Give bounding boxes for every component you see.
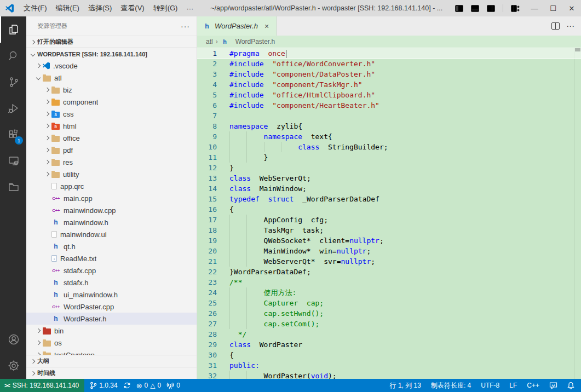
activity-explorer[interactable] [0,16,26,43]
code-line[interactable]: 10 class StringBuilder; [197,142,581,152]
sidebar-more-actions-icon[interactable]: ··· [181,22,190,31]
activity-search[interactable] [0,43,26,69]
code-line[interactable]: 16 { [197,204,581,215]
code-line[interactable]: 25 Capturer cap; [197,298,581,308]
cursor-position[interactable]: 行 1, 列 13 [390,381,421,390]
code-line[interactable]: 7 [197,111,581,121]
tree-item[interactable]: h ui_mainwindow.h [26,289,197,301]
encoding-indicator[interactable]: UTF-8 [481,382,499,389]
tree-item[interactable]: C++ stdafx.cpp [26,264,197,276]
tree-item[interactable]: biz [26,84,197,96]
eol-indicator[interactable]: LF [509,382,517,389]
tree-item[interactable]: ReadMe.txt [26,252,197,264]
editor-more-actions-icon[interactable]: ⋯ [566,21,574,31]
tree-item[interactable]: h qt.h [26,240,197,252]
code-line[interactable]: 13 class WebServerQt; [197,173,581,183]
breadcrumb-folder[interactable]: atl [206,38,213,45]
tree-item[interactable]: atl [26,72,197,84]
menu-item[interactable]: 编辑(E) [51,1,84,15]
toggle-sidebar-icon[interactable] [455,5,463,12]
code-line[interactable]: 26 cap.setHwnd(); [197,308,581,319]
tree-item[interactable]: bin [26,325,197,337]
activity-run-debug[interactable] [0,95,26,122]
tab-wordpaster-h[interactable]: h WordPaster.h × [197,16,277,36]
sync-indicator[interactable] [123,382,131,389]
branch-indicator[interactable]: 1.0.34 [90,382,117,389]
tree-item[interactable]: component [26,96,197,108]
code-line[interactable]: 4 #include "component/TaskMgr.h" [197,79,581,90]
code-editor[interactable]: 1 #pragma once 2 #include "office/WordCo… [197,48,581,379]
code-line[interactable]: 15 typedef struct _WordParserDataDef [197,194,581,204]
code-line[interactable]: 8 namespace zylib{ [197,121,581,131]
code-line[interactable]: 1 #pragma once [197,48,581,59]
tree-item[interactable]: pdf [26,144,197,156]
tree-item[interactable]: C++ main.cpp [26,192,197,204]
maximize-button[interactable]: ☐ [544,0,562,16]
code-line[interactable]: 24 使用方法: [197,287,581,298]
tree-item[interactable]: os [26,337,197,349]
tree-item[interactable]: C++ WordPaster.cpp [26,301,197,313]
code-line[interactable]: 18 TaskMgr task; [197,225,581,235]
tree-item[interactable]: h stdafx.h [26,276,197,289]
code-line[interactable]: 20 MainWindow* win=nullptr; [197,246,581,256]
minimize-button[interactable]: — [525,0,544,16]
code-line[interactable]: 22 }WordParserDataDef; [197,267,581,277]
ports-indicator[interactable]: 0 [166,382,180,389]
menu-item[interactable]: 选择(S) [84,1,116,15]
outline-pane-header[interactable]: 大纲 [26,355,197,367]
code-line[interactable]: 6 #include "component/HeartBeater.h" [197,100,581,111]
activity-project-manager[interactable] [0,174,26,200]
code-line[interactable]: 27 cap.setCom(); [197,319,581,329]
code-line[interactable]: 23 /** [197,277,581,287]
code-line[interactable]: 2 #include "office/WordConverter.h" [197,59,581,69]
menu-item[interactable]: 查看(V) [116,1,148,15]
tree-item[interactable]: mainwindow.ui [26,228,197,240]
language-indicator[interactable]: C++ [527,382,539,389]
toggle-panel-icon[interactable] [471,5,479,12]
menu-item[interactable]: ··· [182,2,198,15]
code-line[interactable]: 31 public: [197,360,581,371]
notifications-bell-icon[interactable] [567,382,574,389]
code-line[interactable]: 32 WordPaster(void); [197,371,581,379]
tree-item[interactable]: 3 css [26,108,197,120]
open-editors-section[interactable]: 打开的编辑器 [26,36,197,48]
split-editor-icon[interactable] [551,22,560,30]
tree-item[interactable]: office [26,132,197,144]
tree-item[interactable]: app.qrc [26,180,197,192]
close-button[interactable]: ✕ [562,0,581,16]
menu-item[interactable]: 转到(G) [149,1,182,15]
menu-item[interactable]: 文件(F) [19,1,51,15]
tree-item[interactable]: C++ mainwindow.cpp [26,204,197,216]
toggle-secondary-sidebar-icon[interactable] [487,5,495,12]
code-line[interactable]: 29 class WordPaster [197,339,581,350]
timeline-pane-header[interactable]: 时间线 [26,367,197,379]
activity-settings[interactable] [0,353,26,379]
feedback-icon[interactable] [549,382,557,389]
tree-item[interactable]: 5 html [26,120,197,132]
activity-accounts[interactable] [0,326,26,353]
code-line[interactable]: 21 WebServerQt* svr=nullptr; [197,256,581,267]
tree-item[interactable]: h mainwindow.h [26,216,197,228]
code-line[interactable]: 30 { [197,350,581,360]
code-line[interactable]: 14 class MainWindow; [197,183,581,194]
activity-remote-explorer[interactable] [0,148,26,174]
indentation-indicator[interactable]: 制表符长度: 4 [431,381,471,390]
remote-indicator[interactable]: >< SSH: 192.168.141.140 [0,379,84,392]
code-line[interactable]: 5 #include "office/HtmlClipboard.h" [197,90,581,100]
code-line[interactable]: 12 } [197,163,581,173]
code-line[interactable]: 19 QWebSocket* client=nullptr; [197,235,581,246]
activity-source-control[interactable] [0,69,26,95]
workspace-root-section[interactable]: WORDPASTER [SSH: 192.168.141.140] [26,48,197,60]
code-line[interactable]: 17 AppConfig cfg; [197,215,581,225]
tree-item[interactable]: testCryptopp [26,349,197,355]
code-line[interactable]: 9 namespace text{ [197,131,581,142]
problems-indicator[interactable]: ⊗ 0 △ 0 [136,382,162,390]
tree-item[interactable]: h WordPaster.h [26,313,197,325]
code-line[interactable]: 11 } [197,152,581,163]
tree-item[interactable]: utility [26,168,197,180]
customize-layout-icon[interactable] [511,5,520,12]
tree-item[interactable]: res [26,156,197,168]
code-line[interactable]: 28 */ [197,329,581,339]
activity-extensions[interactable]: 1 [0,122,26,148]
tab-close-icon[interactable]: × [262,22,271,31]
